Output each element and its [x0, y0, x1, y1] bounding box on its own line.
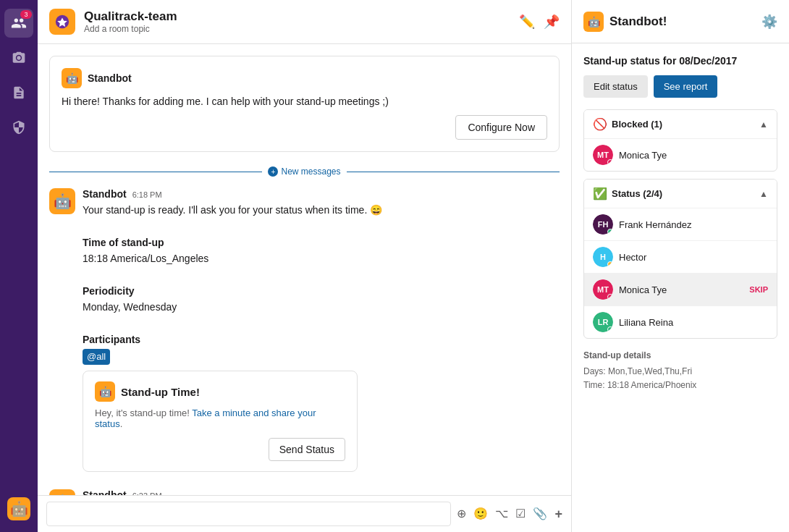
- pin-icon[interactable]: 📌: [544, 14, 560, 30]
- sidebar-item-camera[interactable]: [4, 43, 33, 72]
- right-panel: 🤖 Standbot! ⚙️ Stand-up status for 08/De…: [572, 0, 789, 532]
- blocked-person-name: Monica Tye: [619, 150, 768, 161]
- initial-msg-header: 🤖 Standbot: [62, 68, 547, 88]
- person-avatar-monica-blocked: MT: [593, 145, 613, 165]
- sidebar-item-standbot[interactable]: 🤖: [4, 494, 33, 523]
- divider-label: + New messages: [268, 166, 340, 177]
- standbot-avatar-small: 🤖: [7, 497, 30, 520]
- hector-dot: [607, 261, 613, 267]
- chat-messages: 🤖 Standbot Hi there! Thanks for adding m…: [38, 44, 571, 495]
- emoji-icon[interactable]: 🙂: [473, 507, 488, 522]
- blocked-section-header: 🚫 Blocked (1) ▲: [584, 110, 777, 138]
- days-label: Days:: [583, 366, 606, 376]
- channel-name: Qualitrack-team: [84, 9, 177, 24]
- person-avatar-frank: FH: [593, 214, 613, 235]
- status-person-hector: H Hector: [584, 240, 777, 273]
- message-row-1: 🤖 Standbot 6:18 PM Your stand-up is read…: [49, 185, 560, 475]
- sidebar-item-people[interactable]: 3: [4, 9, 33, 38]
- paperclip-icon[interactable]: 📎: [533, 507, 547, 522]
- initial-msg-text: Hi there! Thanks for adding me. I can he…: [62, 94, 547, 109]
- monica-status-dot: [607, 294, 613, 300]
- chat-input[interactable]: [46, 502, 451, 526]
- blocked-section-title: 🚫 Blocked (1): [593, 117, 662, 131]
- standup-status-header: Stand-up status for 08/Dec/2017: [583, 55, 777, 67]
- message-row-2: 🤖 Standbot 6:23 PM Monica Tye sent statu…: [49, 486, 560, 495]
- person-avatar-monica-status: MT: [593, 279, 613, 300]
- sidebar: 3 🤖: [0, 0, 38, 532]
- status-person-monica: MT Monica Tye SKIP: [584, 273, 777, 305]
- status-person-liliana: LR Liliana Reina: [584, 305, 777, 338]
- divider-line-right: [347, 172, 560, 172]
- new-messages-divider: + New messages: [49, 166, 560, 177]
- standbot-avatar-lg-2: 🤖: [49, 489, 75, 495]
- blocked-icon: 🚫: [593, 117, 607, 131]
- initial-message-block: 🤖 Standbot Hi there! Thanks for adding m…: [49, 56, 560, 152]
- person-avatar-liliana: LR: [593, 312, 613, 332]
- chat-header-left: Qualitrack-team Add a room topic: [49, 9, 177, 35]
- message-sender-1: Standbot: [83, 188, 127, 200]
- standup-card-title: Stand-up Time!: [121, 386, 200, 398]
- standup-card-avatar: 🤖: [95, 381, 115, 402]
- standup-details: Stand-up details Days: Mon,Tue,Wed,Thu,F…: [583, 350, 777, 392]
- status-person-frank: FH Frank Hernández: [584, 208, 777, 240]
- person-name-hector: Hector: [619, 252, 768, 263]
- message-body-1: Your stand-up is ready. I'll ask you for…: [83, 202, 560, 365]
- status-section-header: ✅ Status (2/4) ▲: [584, 180, 777, 208]
- frank-dot: [607, 229, 613, 235]
- see-report-button[interactable]: See report: [654, 75, 718, 98]
- filter-icon[interactable]: ⌥: [495, 507, 508, 522]
- people-badge: 3: [20, 10, 32, 19]
- person-name-liliana: Liliana Reina: [619, 317, 768, 328]
- chat-panel: Qualitrack-team Add a room topic ✏️ 📌 🤖 …: [38, 0, 572, 532]
- chat-header: Qualitrack-team Add a room topic ✏️ 📌: [38, 0, 571, 44]
- standup-details-title: Stand-up details: [583, 350, 777, 360]
- sidebar-item-document[interactable]: [4, 78, 33, 107]
- plus-icon[interactable]: +: [554, 507, 562, 522]
- configure-now-button[interactable]: Configure Now: [455, 115, 547, 140]
- standup-details-text: Days: Mon,Tue,Wed,Thu,Fri Time: 18:18 Am…: [583, 365, 777, 392]
- standbot-avatar-lg: 🤖: [49, 188, 75, 214]
- at-all-badge: @all: [83, 349, 110, 366]
- chat-header-actions: ✏️ 📌: [519, 14, 560, 30]
- send-status-button[interactable]: Send Status: [269, 438, 345, 461]
- person-name-monica: Monica Tye: [619, 284, 743, 295]
- sidebar-item-settings[interactable]: [4, 113, 33, 142]
- standup-time-card: 🤖 Stand-up Time! Hey, it's stand-up time…: [83, 371, 358, 472]
- main-container: Qualitrack-team Add a room topic ✏️ 📌 🤖 …: [38, 0, 789, 532]
- status-ok-icon: ✅: [593, 187, 607, 200]
- monica-dot: [607, 159, 613, 165]
- message-meta-2: Standbot 6:23 PM: [83, 489, 560, 495]
- right-panel-gear-icon[interactable]: ⚙️: [761, 14, 777, 30]
- channel-avatar: [49, 9, 75, 35]
- edit-status-button[interactable]: Edit status: [583, 75, 648, 98]
- person-avatar-hector: H: [593, 247, 613, 267]
- right-panel-bot-avatar: 🤖: [583, 12, 604, 32]
- blocked-person-monica: MT Monica Tye: [584, 138, 777, 171]
- edit-icon[interactable]: ✏️: [519, 14, 535, 30]
- add-attachment-icon[interactable]: ⊕: [457, 507, 466, 522]
- status-section: ✅ Status (2/4) ▲ FH Frank Hernández: [583, 179, 777, 339]
- days-value: Mon,Tue,Wed,Thu,Fri: [608, 366, 692, 376]
- chat-input-bar: ⊕ 🙂 ⌥ ☑ 📎 +: [38, 495, 571, 532]
- liliana-dot: [607, 326, 613, 332]
- message-meta-1: Standbot 6:18 PM: [83, 188, 560, 200]
- status-chevron-icon[interactable]: ▲: [759, 189, 768, 199]
- time-label: Time:: [583, 380, 605, 390]
- standup-card-text: Hey, it's stand-up time! Take a minute a…: [95, 408, 345, 429]
- message-time-1: 6:18 PM: [132, 190, 162, 199]
- channel-topic: Add a room topic: [84, 24, 177, 34]
- divider-line-left: [49, 172, 262, 172]
- status-section-title: ✅ Status (2/4): [593, 187, 662, 200]
- standup-card-header: 🤖 Stand-up Time!: [95, 381, 345, 402]
- svg-point-0: [17, 56, 20, 59]
- chat-input-icons: ⊕ 🙂 ⌥ ☑ 📎 +: [457, 507, 562, 522]
- initial-msg-sender: Standbot: [88, 72, 132, 84]
- checkbox-icon[interactable]: ☑: [515, 507, 526, 522]
- blocked-chevron-icon[interactable]: ▲: [759, 119, 768, 130]
- skip-badge-monica: SKIP: [749, 285, 768, 294]
- time-value: 18:18 America/Phoenix: [607, 380, 696, 390]
- person-name-frank: Frank Hernández: [619, 219, 768, 230]
- status-buttons: Edit status See report: [583, 75, 777, 98]
- message-sender-2: Standbot: [83, 489, 127, 495]
- right-panel-title: 🤖 Standbot!: [583, 12, 667, 32]
